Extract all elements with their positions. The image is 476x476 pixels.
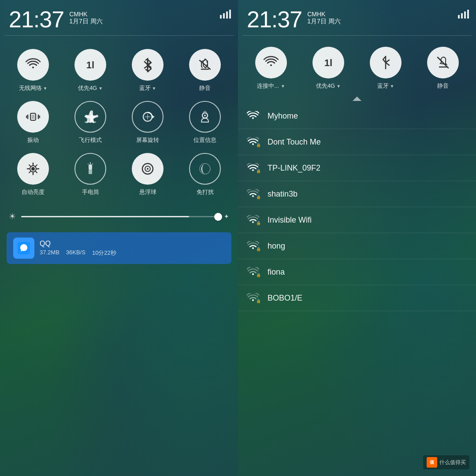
notif-time: 10分22秒 (92, 249, 116, 257)
control-silent-circle[interactable] (189, 49, 221, 81)
right-controls-grid: 连接中... ▼ 1l 优先4G ▼ 蓝牙 ▼ (238, 36, 476, 97)
right-wifi-icon (263, 55, 279, 71)
control-dnd[interactable]: 免打扰 (176, 149, 234, 201)
wifi-name-invisible: Invisible Wifi (268, 216, 312, 225)
control-bluetooth[interactable]: 蓝牙 ▼ (119, 45, 176, 97)
wifi-item-bobo[interactable]: 🔒 BOBO1/E (238, 285, 476, 311)
control-dnd-label: 免打扰 (197, 188, 214, 196)
svg-rect-10 (31, 115, 35, 119)
control-vibrate-circle[interactable] (17, 101, 49, 133)
control-flashlight[interactable]: 手电筒 (62, 149, 119, 201)
wifi-item-shatin3b[interactable]: 🔒 shatin3b (238, 181, 476, 207)
control-location-circle[interactable] (189, 101, 221, 133)
svg-rect-3 (229, 10, 231, 19)
svg-rect-44 (467, 10, 469, 19)
control-flashlight-label: 手电筒 (82, 188, 99, 196)
svg-line-29 (36, 165, 37, 166)
control-brightness-circle[interactable] (17, 153, 49, 185)
right-time: 21:37 (247, 8, 302, 31)
control-vibrate[interactable]: 振动 (4, 97, 62, 149)
svg-rect-41 (458, 15, 460, 19)
control-float-circle[interactable] (132, 153, 164, 185)
right-silent-circle[interactable] (427, 47, 459, 78)
control-rotate[interactable]: 屏幕旋转 (119, 97, 176, 149)
brightness-row: ☀ ✦ (0, 205, 238, 228)
wifi-name-fiona: fiona (268, 268, 285, 277)
svg-rect-31 (89, 164, 92, 170)
qq-notification[interactable]: QQ 37.2MB 36KB/S 10分22秒 (7, 232, 231, 264)
brightness-low-icon: ☀ (9, 212, 16, 221)
right-ctrl-silent[interactable]: 静音 (414, 42, 472, 94)
right-ctrl-wifi[interactable]: 连接中... ▼ (242, 42, 300, 94)
right-date: 1月7日 周六 (307, 18, 340, 26)
notif-size: 37.2MB (40, 249, 60, 257)
watermark-icon: 值 (427, 457, 437, 468)
wifi-signal-myhome (247, 111, 261, 121)
wifi-signal-bobo: 🔒 (247, 293, 261, 303)
control-vibrate-label: 振动 (27, 136, 39, 144)
right-wifi-circle[interactable] (255, 47, 287, 78)
qq-logo (18, 242, 30, 254)
wifi-item-donttouchme[interactable]: 🔒 Dont Touch Me (238, 129, 476, 155)
svg-line-35 (92, 164, 93, 164)
right-bt-circle[interactable] (370, 47, 402, 78)
svg-point-22 (31, 167, 35, 171)
svg-line-47 (438, 57, 448, 68)
wifi-bars-myhome (247, 111, 259, 121)
control-rotate-circle[interactable] (132, 101, 164, 133)
control-wifi[interactable]: 无线网络 ▼ (4, 45, 62, 97)
control-bluetooth-circle[interactable] (132, 49, 164, 81)
flashlight-icon (82, 161, 98, 177)
dropdown-caret-icon (353, 97, 361, 101)
svg-line-30 (29, 171, 30, 173)
wifi-item-tplink[interactable]: 🔒 TP-LINK_09F2 (238, 155, 476, 181)
control-float[interactable]: 悬浮球 (119, 149, 176, 201)
svg-rect-43 (464, 11, 466, 19)
control-data[interactable]: 1l 优先4G ▼ (62, 45, 119, 97)
wifi-item-hong[interactable]: 🔒 hong (238, 233, 476, 259)
slider-thumb[interactable] (214, 213, 222, 221)
control-location[interactable]: 位置信息 (176, 97, 234, 149)
right-wifi-dropdown-arrow: ▼ (281, 84, 285, 89)
wifi-item-fiona[interactable]: 🔒 fiona (238, 259, 476, 285)
left-status-bar: 21:37 CMHK 1月7日 周六 (0, 0, 238, 35)
notif-title: QQ (40, 240, 225, 248)
right-bt-label: 蓝牙 ▼ (377, 82, 394, 90)
control-dnd-circle[interactable] (189, 153, 221, 185)
control-data-circle[interactable]: 1l (74, 49, 106, 81)
right-status-bar: 21:37 CMHK 1月7日 周六 (238, 0, 476, 35)
control-wifi-circle[interactable] (17, 49, 49, 81)
right-silent-label: 静音 (437, 82, 449, 90)
svg-point-38 (147, 168, 149, 170)
control-flashlight-circle[interactable] (74, 153, 106, 185)
wifi-name-myhome: Myhome (268, 112, 298, 121)
airplane-icon (82, 109, 98, 125)
control-wifi-label: 无线网络 ▼ (19, 84, 48, 92)
right-ctrl-bt[interactable]: 蓝牙 ▼ (357, 42, 414, 94)
right-wifi-label: 连接中... ▼ (257, 82, 285, 90)
wifi-list: Myhome 🔒 Dont Touch Me (238, 103, 476, 311)
right-signal-icon (457, 10, 469, 19)
svg-marker-48 (353, 97, 361, 101)
wifi-signal-shatin3b: 🔒 (247, 189, 261, 199)
right-data-circle[interactable]: 1l (312, 47, 344, 78)
control-brightness[interactable]: 自动亮度 (4, 149, 62, 201)
wifi-item-myhome[interactable]: Myhome (238, 103, 476, 129)
bluetooth-icon (140, 57, 156, 73)
control-bluetooth-label: 蓝牙 ▼ (139, 84, 156, 92)
right-ctrl-data[interactable]: 1l 优先4G ▼ (300, 42, 357, 94)
control-silent[interactable]: 静音 (176, 45, 234, 97)
notif-detail: 37.2MB 36KB/S 10分22秒 (40, 249, 225, 257)
svg-text:1l: 1l (86, 60, 94, 71)
brightness-high-icon: ✦ (224, 213, 229, 220)
watermark-text: 什么值得买 (439, 459, 466, 466)
control-airplane[interactable]: 飞行模式 (62, 97, 119, 149)
location-icon (197, 109, 213, 125)
right-silent-icon (435, 55, 451, 71)
vibrate-icon (25, 109, 41, 125)
rotate-icon (140, 109, 156, 125)
wifi-item-invisible[interactable]: 🔒 Invisible Wifi (238, 207, 476, 233)
svg-rect-0 (220, 15, 222, 19)
control-airplane-circle[interactable] (74, 101, 106, 133)
brightness-slider[interactable] (21, 216, 219, 217)
